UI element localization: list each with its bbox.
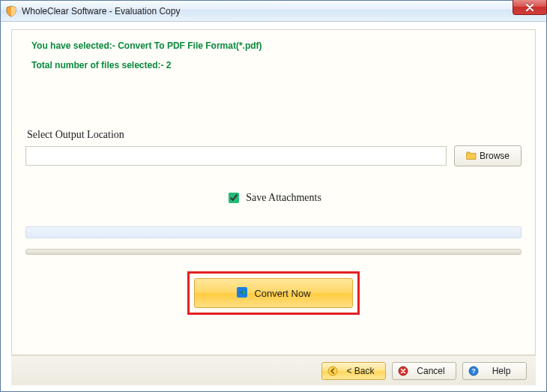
save-attachments-label: Save Attachments (246, 192, 321, 204)
app-window: WholeClear Software - Evaluation Copy Yo… (0, 0, 547, 392)
help-icon: ? (468, 365, 480, 377)
convert-highlight-frame: Convert Now (187, 271, 360, 315)
divider-bar (25, 249, 522, 255)
back-button-label: < Back (343, 366, 378, 376)
close-icon (525, 4, 534, 11)
titlebar: WholeClear Software - Evaluation Copy (1, 1, 546, 22)
save-attachments-row[interactable]: Save Attachments (25, 190, 522, 205)
selection-summary: You have selected:- Convert To PDF File … (31, 40, 522, 51)
convert-now-label: Convert Now (254, 288, 310, 299)
back-icon (327, 365, 339, 377)
close-button[interactable] (513, 0, 547, 15)
progress-bar (25, 226, 522, 238)
browse-button[interactable]: Browse (454, 145, 522, 166)
file-count-summary: Total number of files selected:- 2 (31, 60, 522, 70)
convert-now-button[interactable]: Convert Now (194, 278, 353, 308)
svg-text:?: ? (471, 367, 476, 375)
back-button[interactable]: < Back (321, 362, 386, 380)
folder-icon (466, 151, 477, 162)
save-attachments-checkbox[interactable] (229, 193, 239, 203)
wizard-panel: You have selected:- Convert To PDF File … (11, 29, 536, 355)
svg-point-1 (328, 367, 337, 376)
app-icon (5, 5, 17, 17)
output-location-input[interactable] (25, 146, 447, 166)
cancel-icon (397, 365, 409, 377)
cancel-button-label: Cancel (414, 366, 448, 376)
help-button[interactable]: ? Help (462, 362, 527, 380)
browse-button-label: Browse (480, 151, 510, 161)
window-title: WholeClear Software - Evaluation Copy (22, 6, 542, 16)
content-area: You have selected:- Convert To PDF File … (1, 22, 546, 391)
output-location-row: Browse (25, 145, 522, 166)
cancel-button[interactable]: Cancel (392, 362, 456, 380)
convert-icon (236, 286, 248, 301)
output-location-label: Select Output Location (27, 129, 522, 141)
help-button-label: Help (484, 366, 519, 376)
footer-bar: < Back Cancel ? Help (11, 355, 536, 385)
